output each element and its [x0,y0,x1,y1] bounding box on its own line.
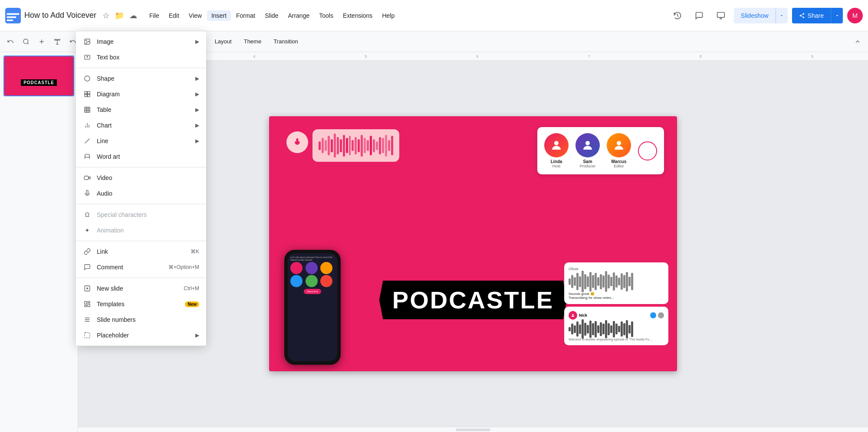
sam-avatar [575,133,600,157]
chart-label: Chart [97,122,190,129]
undo-button[interactable] [3,35,17,49]
add-member-button[interactable] [638,141,657,160]
team-member-linda: Linda Host [544,133,569,168]
team-member-marcus: Marcus Editor [607,133,631,168]
share-dropdown-button[interactable] [831,8,843,23]
transition-button[interactable]: Transition [268,35,303,49]
newslide-label: New slide [97,285,178,292]
sam-name: Sam [575,159,600,164]
slidenumbers-label: Slide numbers [97,316,199,323]
menu-tools[interactable]: Tools [315,10,338,21]
svg-rect-22 [85,301,87,304]
menu-view[interactable]: View [184,10,206,21]
menu-divider-2 [76,167,206,167]
ruler-mark-4: 4 [198,54,310,59]
menu-item-table[interactable]: Table ▶ [76,102,206,118]
menu-item-link[interactable]: Link ⌘K [76,244,206,259]
menu-slide[interactable]: Slide [260,10,283,21]
mic-button[interactable] [286,131,308,153]
audio-icon [83,189,92,198]
slideshow-dropdown-button[interactable] [776,8,788,23]
menu-item-newslide[interactable]: New slide Ctrl+M [76,281,206,296]
menu-item-textbox[interactable]: Text box [76,49,206,65]
scrollbar-thumb[interactable] [456,429,490,431]
chart-icon [83,121,92,130]
search-button[interactable] [19,35,33,49]
placeholder-arrow: ▶ [195,332,199,338]
marcus-avatar [607,133,631,157]
present-mode-button[interactable] [712,7,730,24]
linda-role: Host [544,164,569,168]
menu-item-shape[interactable]: Shape ▶ [76,71,206,86]
menu-help[interactable]: Help [378,10,399,21]
wordart-label: Word art [97,153,199,160]
menu-format[interactable]: Format [232,10,260,21]
nick-header: Nick [569,311,664,320]
link-label: Link [97,248,185,255]
slide-thumbnail-1[interactable]: 1 PODCASTLE [3,56,74,96]
shape-arrow: ▶ [195,75,199,82]
menu-edit[interactable]: Edit [164,10,184,21]
document-title[interactable]: How to Add Voicever [24,11,96,20]
svg-rect-3 [7,20,13,21]
comment-button[interactable] [690,7,708,24]
video-label: Video [97,174,199,181]
wordart-icon [83,152,92,161]
menu-item-image[interactable]: Image ▶ [76,34,206,49]
app-logo[interactable] [5,8,21,23]
podcast-title-container: PODCASTLE [360,281,586,319]
history-button[interactable] [669,7,686,24]
menu-file[interactable]: File [145,10,164,21]
slide-content[interactable]: Linda Host Sam Producer [269,116,677,371]
comment-menu-icon [83,263,92,272]
menu-item-audio[interactable]: Audio [76,186,206,201]
shape-label: Shape [97,75,190,82]
horizontal-scrollbar[interactable] [78,427,868,432]
table-icon [83,105,92,114]
folder-icon[interactable]: 📁 [115,11,124,20]
menu-arrange[interactable]: Arrange [283,10,314,21]
svg-rect-25 [85,305,87,307]
svg-rect-6 [55,39,60,40]
waveform-card-left [312,129,399,162]
svg-rect-19 [85,107,90,112]
slideshow-button[interactable]: Slideshow [734,8,776,23]
menu-divider-5 [76,278,206,278]
menu-item-diagram[interactable]: Diagram ▶ [76,86,206,102]
menu-item-wordart[interactable]: Word art [76,149,206,164]
templates-label: Templates [97,301,180,308]
svg-point-7 [554,141,559,145]
svg-rect-2 [7,16,16,18]
menu-item-video[interactable]: Video [76,170,206,186]
linda-avatar [544,133,569,157]
svg-point-8 [585,141,590,145]
placeholder-label: Placeholder [97,332,190,339]
oliver-waveform [569,273,664,290]
collapse-toolbar-button[interactable] [851,35,865,49]
menu-item-chart[interactable]: Chart ▶ [76,118,206,133]
menu-item-templates[interactable]: Templates New [76,296,206,312]
text-button[interactable] [50,35,64,49]
diagram-icon [83,90,92,98]
ruler-mark-6: 6 [421,54,533,59]
nick-waveform [569,321,664,337]
menu-item-line[interactable]: Line ▶ [76,133,206,149]
add-button[interactable] [35,35,49,49]
cloud-icon[interactable]: ☁ [129,11,137,20]
user-avatar[interactable]: M [847,8,863,23]
sounds-great-text: Sounds great 😊Transcribing for show note… [569,292,664,300]
menu-item-slidenumbers[interactable]: Slide numbers [76,312,206,327]
menu-extensions[interactable]: Extensions [339,10,377,21]
svg-rect-17 [85,95,87,97]
layout-button[interactable]: Layout [210,35,237,49]
theme-button[interactable]: Theme [239,35,266,49]
slides-panel: 1 PODCASTLE [0,52,78,432]
menu-insert[interactable]: Insert [207,10,231,21]
share-button[interactable]: Share [792,8,831,23]
textbox-label: Text box [97,54,199,61]
menu-item-placeholder[interactable]: Placeholder ▶ [76,327,206,343]
svg-point-10 [572,314,573,315]
menu-item-comment[interactable]: Comment ⌘+Option+M [76,259,206,275]
textbox-icon [83,53,92,62]
star-icon[interactable]: ☆ [102,11,109,20]
